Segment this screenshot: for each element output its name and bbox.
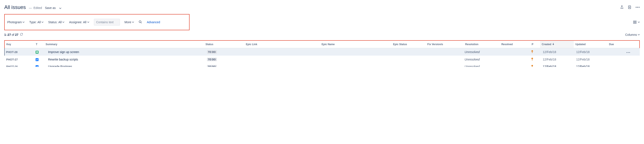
col-header-summary[interactable]: Summary (44, 41, 204, 48)
resolution-cell: Unresolved (465, 65, 480, 67)
resolved-cell (499, 48, 529, 56)
svg-point-1 (636, 7, 636, 8)
chevron-down-icon (132, 22, 134, 23)
epic-name-cell (321, 56, 392, 63)
created-cell: 12/Feb/18 (543, 65, 573, 67)
list-view-icon (633, 21, 636, 24)
sort-descending-icon (552, 43, 554, 46)
more-filters-button[interactable]: More (124, 20, 134, 24)
col-header-created[interactable]: Created (540, 41, 574, 48)
resolution-cell: Unresolved (465, 50, 480, 54)
row-actions-cell (624, 56, 640, 63)
columns-button[interactable]: Columns (625, 33, 640, 36)
chevron-down-icon (638, 34, 640, 35)
issue-summary-link[interactable]: Upgrade Postgres (48, 65, 72, 67)
edited-indicator: — Edited (29, 6, 42, 10)
col-header-status[interactable]: Status (204, 41, 244, 48)
col-header-actions (624, 41, 639, 48)
issue-summary-link[interactable]: Improve sign up screen (48, 50, 79, 54)
epic-link-cell (245, 56, 320, 63)
more-actions-button[interactable] (636, 6, 640, 8)
col-header-epic-link[interactable]: Epic Link (244, 41, 320, 48)
save-as-label: Save as (45, 6, 56, 10)
col-header-due[interactable]: Due (607, 41, 624, 48)
issue-key-link[interactable]: PHOT-28 (6, 50, 18, 54)
results-summary-row: 1–27 of 27 Columns (4, 33, 640, 36)
chevron-down-icon (42, 22, 44, 23)
more-label: More (124, 20, 132, 24)
results-count: 1–27 of 27 (4, 33, 23, 36)
updated-cell: 12/Feb/18 (574, 56, 608, 63)
columns-label: Columns (625, 33, 637, 36)
issue-key-link[interactable]: PHOT-27 (6, 58, 18, 61)
save-as-button[interactable]: Save as (45, 6, 61, 10)
assignee-filter[interactable]: Assignee: All (69, 20, 89, 24)
status-badge: TO DO (207, 65, 217, 67)
status-badge: TO DO (207, 50, 217, 54)
svg-point-10 (629, 52, 630, 53)
search-button[interactable] (139, 20, 142, 24)
due-cell (608, 56, 625, 63)
header-left: All issues — Edited Save as (4, 4, 61, 10)
due-cell (608, 48, 625, 56)
updated-cell: 12/Feb/18 (576, 65, 606, 67)
issues-table-body: PHOT-28 Improve sign up screen TO DO Unr… (4, 48, 640, 67)
page-header: All issues — Edited Save as (4, 4, 640, 10)
advanced-search-link[interactable]: Advanced (147, 20, 160, 24)
type-filter[interactable]: Type: All (29, 20, 44, 24)
col-header-key[interactable]: Key (5, 41, 34, 48)
share-button[interactable] (620, 5, 624, 9)
chevron-down-icon (59, 6, 61, 10)
priority-medium-icon (531, 58, 534, 61)
svg-rect-5 (633, 21, 636, 21)
svg-point-2 (637, 7, 638, 8)
svg-point-3 (639, 7, 640, 8)
project-filter[interactable]: Photogram (7, 20, 24, 24)
story-type-icon (36, 51, 38, 54)
resolved-cell (499, 56, 529, 63)
svg-rect-7 (633, 23, 636, 24)
issue-summary-link[interactable]: Rewrite backup scripts (48, 58, 78, 61)
svg-point-4 (139, 21, 141, 22)
table-row[interactable]: PHOT-28 Improve sign up screen TO DO Unr… (4, 48, 640, 56)
row-actions-button[interactable] (626, 50, 630, 54)
table-header: Key T Summary Status Epic Link Epic Name… (5, 41, 639, 48)
epic-link-cell (245, 48, 320, 56)
task-type-icon (36, 58, 38, 61)
svg-rect-6 (633, 22, 636, 22)
table-row[interactable]: PHOT-26 Upgrade Postgres TO DO Unresolve… (4, 63, 640, 67)
refresh-button[interactable] (20, 33, 23, 36)
col-header-epic-name[interactable]: Epic Name (320, 41, 392, 48)
project-filter-label: Photogram (7, 20, 22, 24)
export-button[interactable] (628, 5, 632, 9)
view-toggle-button[interactable] (633, 21, 640, 24)
table-row[interactable]: PHOT-27 Rewrite backup scripts TO DO Unr… (4, 56, 640, 63)
created-cell: 12/Feb/18 (541, 48, 574, 56)
col-header-epic-status[interactable]: Epic Status (392, 41, 426, 48)
text-search-input[interactable] (94, 19, 120, 26)
priority-medium-icon (531, 65, 534, 67)
updated-cell: 12/Feb/18 (574, 48, 608, 56)
task-type-icon (36, 65, 38, 67)
epic-status-cell (392, 48, 425, 56)
priority-medium-icon (531, 50, 534, 54)
col-header-resolved[interactable]: Resolved (500, 41, 530, 48)
col-header-fix-versions[interactable]: Fix Version/s (426, 41, 464, 48)
col-header-resolution[interactable]: Resolution (464, 41, 500, 48)
col-header-type[interactable]: T (34, 41, 44, 48)
epic-status-cell (392, 56, 425, 63)
col-header-updated[interactable]: Updated (574, 41, 607, 48)
page-title: All issues (4, 4, 26, 10)
created-cell: 12/Feb/18 (541, 56, 574, 63)
issue-key-link[interactable]: PHOT-26 (6, 65, 18, 67)
svg-point-8 (626, 52, 628, 53)
status-badge: TO DO (207, 58, 217, 61)
resolution-cell: Unresolved (465, 58, 480, 61)
fix-version-cell (425, 48, 463, 56)
issues-table-wrap: Key T Summary Status Epic Link Epic Name… (4, 40, 640, 48)
fix-version-cell (425, 56, 463, 63)
status-filter[interactable]: Status: All (48, 20, 64, 24)
col-header-priority[interactable]: P (530, 41, 540, 48)
epic-name-cell (321, 48, 392, 56)
header-right (620, 5, 640, 9)
